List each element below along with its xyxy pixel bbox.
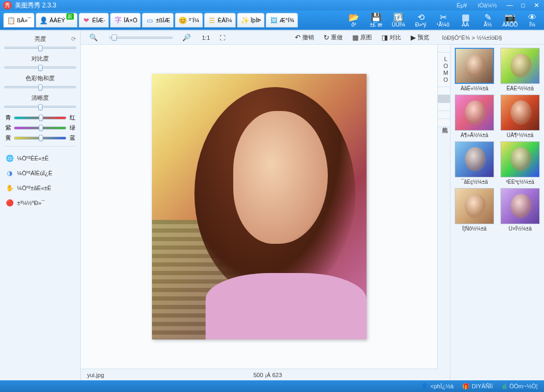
toolbar-action-3[interactable]: ⟲Ð»³ý bbox=[412, 13, 429, 28]
tab-label: ÊÎÆ· bbox=[92, 17, 105, 23]
slider-thumb[interactable] bbox=[38, 84, 42, 91]
toolbar-action-6[interactable]: ✎Ã½ bbox=[479, 13, 496, 28]
slider-2: 色彩饱和度 bbox=[4, 74, 76, 91]
canvas-area[interactable] bbox=[81, 45, 438, 369]
slider-track[interactable] bbox=[4, 103, 76, 110]
toolbar-action-0[interactable]: 📂ð³ bbox=[345, 13, 362, 28]
zoom-out-button[interactable]: 🔍 bbox=[86, 32, 103, 42]
footer-label: <phÏ¿½à bbox=[430, 383, 454, 389]
toolbar-action-7[interactable]: 📷ÀÅÕÕ bbox=[502, 13, 518, 28]
effect-item-0[interactable]: ÂãË«½¼±ä bbox=[453, 48, 496, 91]
top-link-2[interactable]: ìÓà¼½ bbox=[478, 2, 497, 8]
main-tab-8[interactable]: 🖼Æ°Í¾ bbox=[266, 13, 298, 28]
tab-label: ÂÀÈÝ bbox=[49, 17, 65, 23]
color-slider-2[interactable]: 黄蓝 bbox=[4, 134, 76, 142]
main-toolbar: 📋ßÂ»¯👤ÂÀÈÝ新❤ÊÎÆ·字ÎÄ×Ö▭±ßÎÆ😊³¨Í¼☰ÈÂÏ¼✨ÎþÍ… bbox=[0, 11, 544, 30]
tab-label: ³¨Í¼ bbox=[189, 17, 199, 23]
color-slider-thumb[interactable] bbox=[39, 115, 43, 121]
effect-item-3[interactable]: ÛÄ¶¹½¼±ä bbox=[498, 95, 542, 138]
category-tab-0[interactable]: 热门 bbox=[438, 45, 450, 53]
left-tool-label: ±³¼½ºÐ»¯ bbox=[17, 200, 45, 206]
effect-label: Â¶»Ã½¼±ä bbox=[461, 132, 488, 138]
zoom-out-icon: 🔍 bbox=[89, 33, 98, 41]
main-tab-1[interactable]: 👤ÂÀÈÝ新 bbox=[36, 13, 77, 28]
toolbar-action-icon: 🔃 bbox=[393, 13, 404, 22]
close-button[interactable]: ✕ bbox=[532, 2, 541, 10]
compare-button[interactable]: ◨对比 bbox=[378, 32, 404, 42]
effect-label: ¯âÉç½¼±ä bbox=[461, 179, 488, 185]
footer-label: DIYÂÑÏï bbox=[472, 383, 493, 389]
color-slider-1[interactable]: 紫绿 bbox=[4, 124, 76, 132]
main-tab-2[interactable]: ❤ÊÎÆ· bbox=[79, 13, 109, 28]
category-tab-5[interactable]: 节日 bbox=[438, 111, 450, 119]
effect-item-2[interactable]: Â¶»Ã½¼±ä bbox=[453, 95, 496, 138]
footer-link-1[interactable]: 🎁DIYÂÑÏï bbox=[462, 383, 493, 390]
toolbar-action-8[interactable]: 👁Ï¼ bbox=[524, 13, 541, 28]
tab-icon: 字 bbox=[114, 16, 122, 24]
main-tab-6[interactable]: ☰ÈÂÏ¼ bbox=[204, 13, 236, 28]
redo-button[interactable]: ↻重做 bbox=[320, 32, 346, 42]
zoom-slider[interactable] bbox=[109, 37, 173, 39]
category-tab-4[interactable]: 时尚 bbox=[438, 103, 450, 111]
effect-item-1[interactable]: ËÂÈ¹½¼±ä bbox=[498, 48, 542, 91]
category-tabs: 热门LOMO影楼渐变时尚节日其他 bbox=[438, 45, 450, 380]
category-tab-2[interactable]: 影楼 bbox=[438, 87, 450, 95]
left-tool-0[interactable]: 🌐¼Öº²ÊÉ«±Ê bbox=[4, 151, 76, 166]
zoom-in-button[interactable]: 🔎 bbox=[179, 32, 196, 42]
color-slider-thumb[interactable] bbox=[39, 135, 43, 141]
top-link-1[interactable]: Èμ¥ bbox=[456, 2, 467, 8]
minimize-button[interactable]: — bbox=[505, 2, 514, 10]
toolbar-action-1[interactable]: 💾±£´æ bbox=[368, 13, 385, 28]
left-tool-1[interactable]: ◑¼Öº²ÁÏÈùÏ¿Ë bbox=[4, 166, 76, 181]
slider-track[interactable] bbox=[4, 83, 76, 91]
main-tab-5[interactable]: 😊³¨Í¼ bbox=[175, 13, 203, 28]
color-slider-0[interactable]: 青红 bbox=[4, 114, 76, 122]
effect-item-7[interactable]: Û×Ï½¼±ä bbox=[498, 188, 542, 232]
category-tab-3[interactable]: 渐变 bbox=[438, 95, 450, 103]
effect-item-6[interactable]: Ï¦Ñô½¼±ä bbox=[453, 188, 496, 232]
undo-button[interactable]: ↶撤销 bbox=[292, 32, 317, 42]
maximize-button[interactable]: □ bbox=[519, 2, 528, 10]
color-right-label: 绿 bbox=[69, 124, 76, 132]
left-tool-2[interactable]: ✋¼Öº²±ãË«±Ê bbox=[4, 181, 76, 195]
main-tab-7[interactable]: ✨ÎþÍÞ bbox=[237, 13, 265, 28]
fit-screen-button[interactable]: ⛶ bbox=[216, 33, 228, 42]
effect-label: Û×Ï½¼±ä bbox=[508, 226, 532, 232]
color-slider-thumb[interactable] bbox=[39, 125, 43, 131]
slider-track[interactable] bbox=[4, 64, 76, 71]
left-tool-icon: 🔴 bbox=[5, 199, 14, 207]
footer-link-0[interactable]: 👤<phÏ¿½à bbox=[421, 383, 454, 390]
toolbar-action-4[interactable]: ✂¹Ã¼ô bbox=[435, 13, 452, 28]
original-button[interactable]: ▦原图 bbox=[349, 32, 375, 42]
toolbar-action-icon: ⟲ bbox=[418, 13, 424, 22]
left-tool-3[interactable]: 🔴±³¼½ºÐ»¯ bbox=[4, 195, 76, 210]
effect-thumb bbox=[455, 48, 494, 84]
slider-thumb[interactable] bbox=[38, 65, 42, 71]
zoom-thumb[interactable] bbox=[112, 35, 117, 41]
redo-icon: ↻ bbox=[324, 33, 329, 41]
main-tab-0[interactable]: 📋ßÂ»¯ bbox=[3, 13, 35, 28]
slider-thumb[interactable] bbox=[38, 45, 42, 52]
toolbar-action-5[interactable]: ▦ÃÀ bbox=[457, 13, 474, 28]
preview-button[interactable]: ▶预览 bbox=[407, 32, 432, 42]
slider-thumb[interactable] bbox=[38, 104, 42, 110]
tab-label: ßÂ»¯ bbox=[17, 17, 31, 23]
slider-track[interactable] bbox=[4, 44, 76, 52]
category-tab-6[interactable]: 其他 bbox=[438, 119, 450, 127]
main-tab-3[interactable]: 字ÎÄ×Ö bbox=[110, 13, 141, 28]
effect-item-5[interactable]: ²ÊÈºç½¼±ä bbox=[498, 141, 542, 185]
left-panel: 亮度⟳对比度色彩饱和度清晰度 青红紫绿黄蓝 🌐¼Öº²ÊÉ«±Ê◑¼Öº²ÁÏÈ… bbox=[0, 31, 81, 380]
toolbar-action-2[interactable]: 🔃ÙÛÏ¼ bbox=[390, 13, 407, 28]
footer-link-2[interactable]: 🖨ÖÖm~½Ò¦ bbox=[502, 383, 538, 390]
main-tab-4[interactable]: ▭±ßÎÆ bbox=[142, 13, 174, 28]
effect-thumb bbox=[500, 141, 540, 177]
category-tab-1[interactable]: LOMO bbox=[438, 53, 450, 87]
toolbar-action-label: Ï¼ bbox=[529, 22, 535, 28]
tab-label: ÈÂÏ¼ bbox=[218, 17, 232, 23]
workspace: 亮度⟳对比度色彩饱和度清晰度 青红紫绿黄蓝 🌐¼Öº²ÊÉ«±Ê◑¼Öº²ÁÏÈ… bbox=[0, 30, 544, 380]
effect-item-4[interactable]: ¯âÉç½¼±ä bbox=[453, 141, 496, 185]
reset-icon[interactable]: ⟳ bbox=[71, 36, 76, 42]
zoom-11-button[interactable]: 1:1 bbox=[199, 33, 213, 42]
footer-icon: 🖨 bbox=[502, 383, 507, 389]
slider-0: 亮度⟳ bbox=[4, 35, 76, 52]
